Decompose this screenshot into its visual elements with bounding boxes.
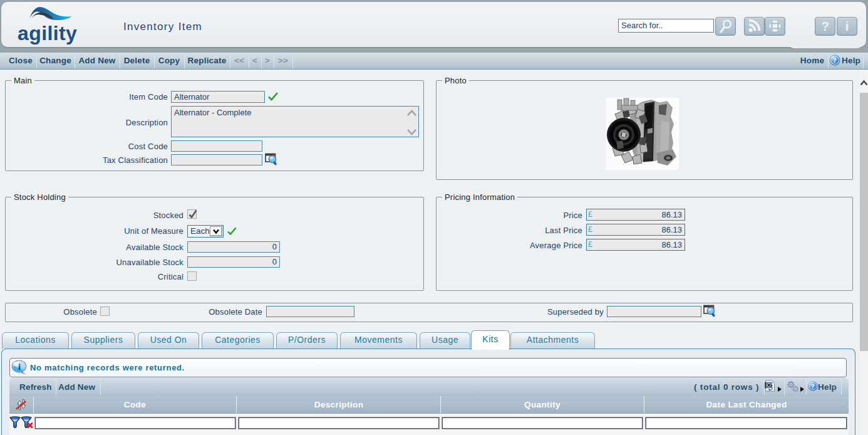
svg-text:?: ? [811,383,814,390]
svg-text:i: i [18,362,21,372]
svg-text:?: ? [833,56,837,65]
